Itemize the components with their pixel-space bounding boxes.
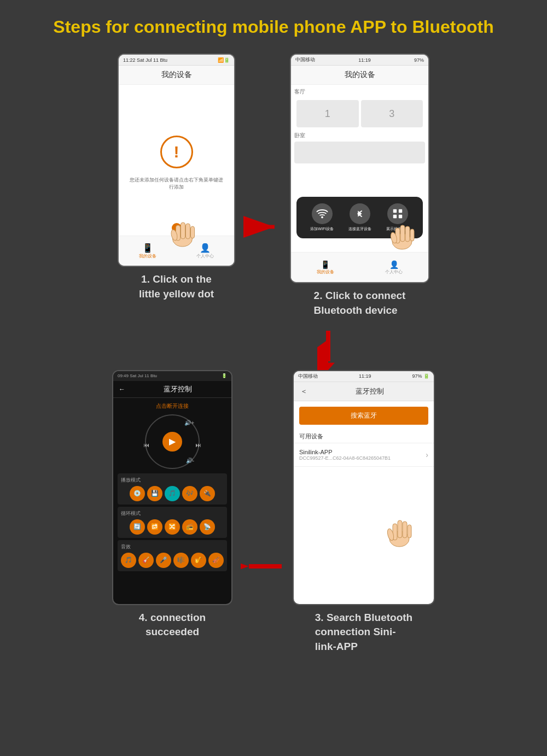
phone3-header: ＜ 蓝牙控制: [294, 382, 434, 401]
mode-sdcard[interactable]: 💿: [130, 486, 145, 501]
audio-pop[interactable]: 🎤: [156, 553, 171, 568]
popup-wifi[interactable]: 添加WIFI设备: [310, 203, 334, 232]
phone4-group: 09:49 Sat Jul 11 Btu 🔋 ← 蓝牙控制 点击断开连接 🔊+ …: [112, 370, 232, 640]
popup-wifi-label: 添加WIFI设备: [310, 226, 334, 232]
audio-classical[interactable]: 🎼: [173, 553, 189, 568]
step1-label: 1. Click on the little yellow dot: [139, 272, 214, 301]
arrow-down: [131, 326, 525, 370]
audio-jazz[interactable]: 🎷: [191, 553, 206, 568]
phone3-group: 中国移动 11:19 97% 🔋 ＜ 蓝牙控制 搜索蓝牙 可用设备: [293, 370, 435, 654]
warning-circle: !: [160, 136, 193, 168]
step2-label: 2. Click to connect Bluetooth device: [314, 289, 406, 318]
phone4-screen: 09:49 Sat Jul 11 Btu 🔋 ← 蓝牙控制 点击断开连接 🔊+ …: [112, 370, 232, 605]
page-container: Steps for connecting mobile phone APP to…: [0, 0, 547, 756]
phone2-footer-right[interactable]: 👤 个人中心: [385, 260, 403, 275]
loop-modern2[interactable]: 📡: [200, 519, 215, 535]
phone1-header: 我的设备: [119, 66, 234, 85]
svg-rect-17: [410, 229, 414, 241]
phone2-header: 我的设备: [291, 66, 428, 85]
phone2-title: 我的设备: [345, 70, 375, 79]
mode-aux[interactable]: 🔌: [200, 486, 215, 501]
step3-line3: link-APP: [315, 640, 412, 654]
prev-button[interactable]: ⏮: [143, 442, 149, 448]
next-button[interactable]: ⏭: [195, 442, 201, 448]
loop-single[interactable]: 🔂: [147, 519, 162, 535]
phone4-header: ← 蓝牙控制: [113, 381, 231, 398]
audio-rock[interactable]: 🎸: [138, 553, 154, 568]
playback-mode-section: 播放模式 💿 💾 🎵 🎶 🔌: [118, 473, 227, 505]
phone2-status-time: 11:19: [358, 57, 371, 63]
arrow-right-1: [243, 216, 282, 238]
phone1-status-icons: 📶🔋: [218, 57, 230, 63]
vol-up: 🔊+: [184, 420, 194, 426]
phone2-footer: 📱 我的设备 👤 个人中心: [291, 252, 428, 282]
step3-line2: connection Sini-: [315, 625, 412, 640]
phone4-controls: 点击断开连接 🔊+ ▶ ⏮ ⏭ 🔊- 播放模式 💿 💾: [113, 398, 231, 578]
vol-down: 🔊-: [186, 458, 194, 464]
phone1-status-text: 11:22 Sat Jul 11 Btu: [123, 57, 167, 63]
phone2-status-right: 97%: [414, 57, 424, 63]
step1-line1: 1. Click on the: [139, 272, 214, 287]
phone1-title: 我的设备: [161, 70, 192, 79]
mode-bluetooth[interactable]: 🎵: [165, 486, 180, 501]
phone2-content: 客厅 1 3 卧室: [291, 85, 428, 167]
tile-2: 3: [361, 100, 423, 127]
popup-bluetooth[interactable]: 连接蓝牙设备: [348, 203, 371, 232]
bt-device-name: Sinilink-APP: [299, 449, 391, 455]
phone1-body-text: 您还未添加任何设备请点击右下角菜单键进行添加: [130, 177, 223, 190]
loop-all[interactable]: 🔄: [130, 519, 145, 535]
svg-rect-27: [403, 521, 407, 538]
svg-rect-3: [185, 224, 190, 239]
phone4-title: 蓝牙控制: [130, 384, 226, 394]
phone1-screen: 11:22 Sat Jul 11 Btu 📶🔋 我的设备 ! 您还未添加任何设备…: [118, 54, 235, 267]
phone4-link-text[interactable]: 点击断开连接: [118, 402, 227, 410]
audio-country[interactable]: 🎻: [208, 553, 224, 568]
bt-device-item[interactable]: Sinilink-APP DCC99527-E...C62-04A8-6C842…: [294, 443, 434, 467]
playback-mode-label: 播放模式: [121, 477, 224, 484]
phone4-battery-icon: 🔋: [222, 373, 227, 378]
loop-mode-label: 循环模式: [121, 510, 224, 517]
audio-normal[interactable]: 🎵: [121, 553, 136, 568]
playback-mode-icons: 💿 💾 🎵 🎶 🔌: [121, 486, 224, 501]
hand-icon-phone1: [167, 212, 197, 249]
chevron-right-icon: ›: [426, 450, 428, 459]
bt-available-label: 可用设备: [294, 430, 434, 443]
phone2-screen: 中国移动 11:19 97% 我的设备 客厅 1 3 卧室: [290, 54, 429, 283]
bt-play-button[interactable]: ▶: [162, 432, 182, 452]
svg-rect-15: [400, 225, 405, 242]
step1-line2: little yellow dot: [139, 287, 214, 302]
bt-search-button[interactable]: 搜索蓝牙: [299, 407, 428, 425]
hand-icon-phone2: [387, 214, 417, 255]
tile-1: 1: [296, 100, 359, 127]
warning-symbol: !: [174, 143, 179, 161]
svg-rect-9: [393, 209, 396, 213]
phone1-status-bar: 11:22 Sat Jul 11 Btu 📶🔋: [119, 55, 234, 66]
svg-rect-4: [190, 226, 194, 238]
loop-modern[interactable]: 📻: [182, 519, 197, 535]
phone2-tiles: 1 3: [294, 98, 425, 130]
audio-section: 音效 🎵 🎸 🎤 🎼 🎷 🎻: [118, 540, 227, 571]
mode-sound[interactable]: 🎶: [182, 486, 197, 501]
phone4-status-bar: 09:49 Sat Jul 11 Btu 🔋: [113, 371, 231, 381]
phone2-status-bar: 中国移动 11:19 97%: [291, 55, 428, 66]
phone3-status-time: 11:19: [359, 373, 371, 379]
phone3-back[interactable]: ＜: [300, 386, 307, 396]
step4-line2: succeeded: [139, 625, 206, 640]
mode-usb[interactable]: 💾: [147, 486, 162, 501]
phone1-footer-right[interactable]: 👤 个人中心: [196, 243, 214, 259]
bottom-section: 09:49 Sat Jul 11 Btu 🔋 ← 蓝牙控制 点击断开连接 🔊+ …: [22, 370, 525, 654]
svg-marker-21: [322, 362, 335, 370]
phone3-title: 蓝牙控制: [312, 386, 427, 396]
loop-mode-section: 循环模式 🔄 🔂 🔀 📻 📡: [118, 507, 227, 538]
phone2-footer-left[interactable]: 📱 我的设备: [317, 260, 334, 275]
phone1-group: 11:22 Sat Jul 11 Btu 📶🔋 我的设备 ! 您还未添加任何设备…: [118, 54, 235, 301]
page-title: Steps for connecting mobile phone APP to…: [22, 16, 525, 37]
phone3-status-left: 中国移动: [298, 373, 318, 380]
svg-point-8: [321, 216, 323, 219]
audio-icons: 🎵 🎸 🎤 🎼 🎷 🎻: [121, 553, 224, 568]
phone2-group: 中国移动 11:19 97% 我的设备 客厅 1 3 卧室: [290, 54, 429, 318]
back-arrow-icon[interactable]: ←: [119, 385, 125, 393]
svg-rect-26: [398, 520, 402, 538]
phone1-footer-left[interactable]: 📱 我的设备: [139, 243, 156, 259]
loop-shuffle[interactable]: 🔀: [165, 519, 180, 535]
